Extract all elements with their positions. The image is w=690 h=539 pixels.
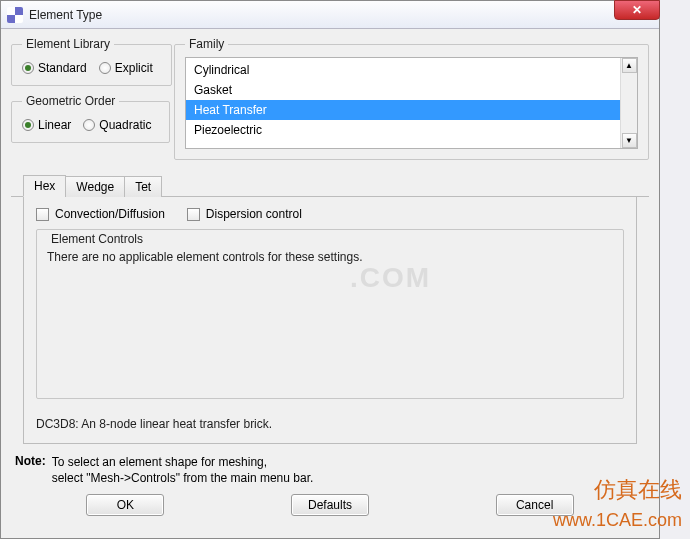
family-item[interactable]: Piezoelectric xyxy=(186,120,637,140)
radio-linear-label: Linear xyxy=(38,118,71,132)
family-scrollbar[interactable]: ▲ ▼ xyxy=(620,58,637,148)
checkbox-dispersion-label: Dispersion control xyxy=(206,207,302,221)
element-description: DC3D8: An 8-node linear heat transfer br… xyxy=(36,417,624,431)
tab-wedge[interactable]: Wedge xyxy=(65,176,125,197)
family-item[interactable]: Cylindrical xyxy=(186,60,637,80)
scroll-down-icon[interactable]: ▼ xyxy=(622,133,637,148)
element-controls-group: Element Controls There are no applicable… xyxy=(36,229,624,399)
note-label: Note: xyxy=(15,454,46,486)
geometric-order-group: Geometric Order Linear Quadratic xyxy=(11,94,170,143)
radio-standard[interactable] xyxy=(22,62,34,74)
titlebar[interactable]: Element Type ✕ xyxy=(1,1,659,29)
dialog-window: Element Type ✕ Element Library Standard … xyxy=(0,0,660,539)
button-row: OK Defaults Cancel xyxy=(11,490,649,526)
ok-button[interactable]: OK xyxy=(86,494,164,516)
tab-hex[interactable]: Hex xyxy=(23,175,66,197)
element-controls-text: There are no applicable element controls… xyxy=(47,250,613,264)
scroll-up-icon[interactable]: ▲ xyxy=(622,58,637,73)
tab-tet[interactable]: Tet xyxy=(124,176,162,197)
tab-strip: Hex Wedge Tet xyxy=(11,174,649,197)
family-legend: Family xyxy=(185,37,228,51)
radio-standard-label: Standard xyxy=(38,61,87,75)
window-title: Element Type xyxy=(29,8,102,22)
family-item[interactable]: Gasket xyxy=(186,80,637,100)
checkbox-convection-label: Convection/Diffusion xyxy=(55,207,165,221)
element-library-group: Element Library Standard Explicit xyxy=(11,37,172,86)
family-listbox[interactable]: Cylindrical Gasket Heat Transfer Piezoel… xyxy=(185,57,638,149)
note-line2: select "Mesh->Controls" from the main me… xyxy=(52,471,314,485)
close-button[interactable]: ✕ xyxy=(614,0,660,20)
note-row: Note: To select an element shape for mes… xyxy=(11,444,649,490)
defaults-button[interactable]: Defaults xyxy=(291,494,369,516)
radio-quadratic-label: Quadratic xyxy=(99,118,151,132)
checkbox-dispersion[interactable] xyxy=(187,208,200,221)
radio-explicit[interactable] xyxy=(99,62,111,74)
app-icon xyxy=(7,7,23,23)
checkbox-convection[interactable] xyxy=(36,208,49,221)
cancel-button[interactable]: Cancel xyxy=(496,494,574,516)
family-group: Family Cylindrical Gasket Heat Transfer … xyxy=(174,37,649,160)
tab-panel-hex: Convection/Diffusion Dispersion control … xyxy=(23,197,637,444)
note-line1: To select an element shape for meshing, xyxy=(52,455,267,469)
radio-linear[interactable] xyxy=(22,119,34,131)
family-item-selected[interactable]: Heat Transfer xyxy=(186,100,637,120)
radio-quadratic[interactable] xyxy=(83,119,95,131)
note-text: To select an element shape for meshing, … xyxy=(52,454,314,486)
geometric-order-legend: Geometric Order xyxy=(22,94,119,108)
dialog-content: Element Library Standard Explicit Geomet… xyxy=(1,29,659,534)
element-controls-legend: Element Controls xyxy=(47,232,147,246)
element-library-legend: Element Library xyxy=(22,37,114,51)
radio-explicit-label: Explicit xyxy=(115,61,153,75)
